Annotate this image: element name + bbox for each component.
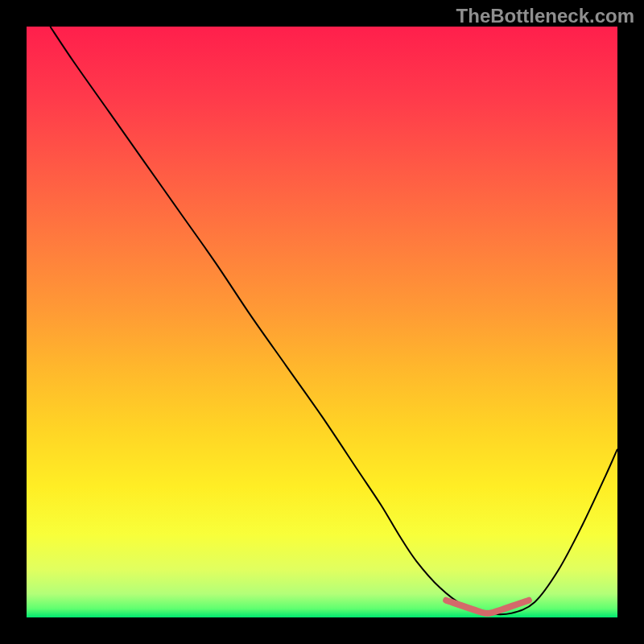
- chart-container: { "watermark": { "text": "TheBottleneck.…: [0, 0, 644, 644]
- plot-svg: [27, 27, 617, 617]
- watermark: TheBottleneck.com: [456, 5, 634, 27]
- watermark-text: TheBottleneck.com: [456, 5, 634, 27]
- curve-group: [50, 27, 617, 614]
- bottleneck-curve: [50, 27, 617, 614]
